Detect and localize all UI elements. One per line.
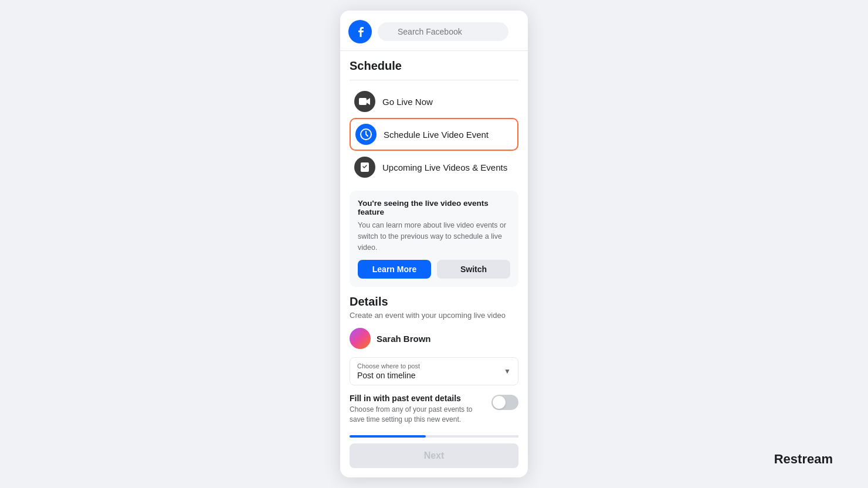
toggle-title: Fill in with past event details [350, 394, 484, 403]
info-box-text: You can learn more about live video even… [358, 220, 510, 253]
restream-branding: Restream [774, 452, 833, 467]
schedule-section: Schedule Go Live Now Schedule Live Vide [340, 51, 528, 184]
facebook-logo [348, 20, 372, 43]
go-live-icon [354, 91, 375, 112]
upcoming-live-icon [354, 157, 375, 178]
info-box: You're seeing the live video events feat… [350, 191, 518, 287]
schedule-live-icon [355, 124, 377, 145]
details-section: Details Create an event with your upcomi… [340, 287, 528, 433]
schedule-title: Schedule [350, 59, 518, 73]
upcoming-live-label: Upcoming Live Videos & Events [382, 162, 507, 172]
info-box-title: You're seeing the live video events feat… [358, 199, 510, 216]
past-event-toggle[interactable] [491, 395, 518, 410]
switch-button[interactable]: Switch [437, 260, 510, 279]
dropdown-value: Post on timeline [357, 371, 511, 380]
learn-more-button[interactable]: Learn More [358, 260, 431, 279]
svg-rect-1 [359, 98, 367, 105]
toggle-row: Fill in with past event details Choose f… [350, 394, 518, 433]
post-location-dropdown[interactable]: Choose where to post Post on timeline ▼ [350, 357, 518, 385]
details-subtitle: Create an event with your upcoming live … [350, 311, 518, 320]
progress-bar-wrapper [350, 435, 518, 438]
schedule-live-video-item[interactable]: Schedule Live Video Event [350, 118, 518, 151]
dropdown-label: Choose where to post [357, 362, 511, 370]
divider-1 [350, 80, 518, 80]
header: 🔍 [340, 11, 528, 51]
upcoming-live-item[interactable]: Upcoming Live Videos & Events [350, 151, 518, 184]
go-live-now-item[interactable]: Go Live Now [350, 85, 518, 118]
toggle-knob [493, 396, 506, 409]
chevron-down-icon: ▼ [504, 367, 511, 375]
main-card: 🔍 Schedule Go Live Now [340, 11, 528, 477]
info-box-buttons: Learn More Switch [358, 260, 510, 279]
toggle-subtitle: Choose from any of your past events to s… [350, 405, 484, 425]
progress-bar-fill [350, 435, 426, 438]
toggle-text: Fill in with past event details Choose f… [350, 394, 484, 425]
go-live-now-label: Go Live Now [382, 97, 433, 107]
avatar [350, 328, 371, 349]
user-name: Sarah Brown [377, 334, 431, 344]
schedule-live-video-label: Schedule Live Video Event [384, 130, 489, 140]
search-input[interactable] [378, 22, 508, 41]
search-wrapper: 🔍 [378, 22, 520, 41]
user-row: Sarah Brown [350, 328, 518, 349]
next-button[interactable]: Next [350, 443, 518, 468]
details-title: Details [350, 295, 518, 309]
